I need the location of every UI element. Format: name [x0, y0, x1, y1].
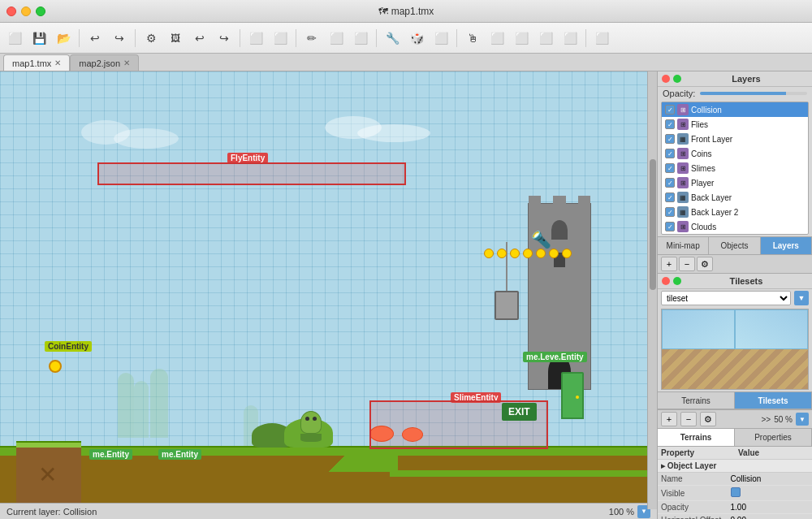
layer-item-player[interactable]: ✓ ⊞ Player	[662, 175, 808, 190]
select2-button[interactable]: ⬜	[430, 27, 452, 50]
layer-check-coins[interactable]: ✓	[665, 149, 675, 158]
poly-button[interactable]: ⬜	[510, 27, 533, 50]
maximize-button[interactable]	[36, 6, 45, 16]
layer-item-slimes[interactable]: ✓ ⊞ Slimes	[662, 161, 808, 175]
layer-button[interactable]: ⬜	[590, 27, 613, 50]
separator-1	[79, 29, 80, 47]
tileset-preview[interactable]	[661, 309, 809, 390]
layer-item-front[interactable]: ✓ ▦ Front Layer	[662, 132, 808, 146]
save-button[interactable]: 💾	[28, 27, 50, 50]
separator-3	[240, 29, 240, 47]
tab-map2[interactable]: map2.json ✕	[70, 54, 139, 71]
me-leve-entity-label: me.Leve.Entity	[523, 352, 587, 362]
current-layer-label: Current layer: Collision	[6, 507, 97, 517]
settings-button[interactable]: ⚙	[140, 27, 162, 50]
tilesets-title: Tilesets	[685, 276, 808, 286]
layer-check-flies[interactable]: ✓	[665, 119, 675, 129]
undo-button[interactable]: ↩	[84, 27, 106, 50]
visible-checkbox[interactable]	[731, 487, 741, 497]
terrain-button[interactable]: ⬜	[559, 27, 581, 50]
layer-item-clouds[interactable]: ✓ ⊞ Clouds	[662, 219, 808, 234]
tab-terrains-props[interactable]: Terrains	[658, 429, 735, 446]
tile-button[interactable]: ⬜	[534, 27, 557, 50]
move-button[interactable]: ⬜	[269, 27, 292, 50]
panel-zoom-button[interactable]	[673, 75, 681, 83]
new-file-button[interactable]: ⬜	[3, 27, 26, 50]
tilesets-zoom-button[interactable]	[673, 277, 681, 285]
titlebar: 🗺 map1.tmx	[0, 0, 812, 23]
tab-map2-close[interactable]: ✕	[123, 58, 130, 67]
tab-minimap[interactable]: Mini-map	[658, 237, 709, 254]
layer-icon-flies: ⊞	[677, 119, 689, 130]
layer-item-back[interactable]: ✓ ▦ Back Layer	[662, 190, 808, 205]
me-entity-label-1: me.Entity	[89, 449, 132, 460]
tileset-options-button[interactable]: ▼	[794, 291, 809, 305]
tilesets-close-button[interactable]	[662, 277, 670, 285]
tab-properties[interactable]: Properties	[735, 429, 812, 446]
tileset-props-button[interactable]: ⚙	[700, 412, 716, 426]
undo2-button[interactable]: ↩	[188, 27, 211, 50]
tilesets-traffic-lights[interactable]	[662, 277, 681, 285]
open-button[interactable]: 📂	[52, 27, 75, 50]
platform-pattern: ✕	[23, 454, 71, 495]
tab-objects[interactable]: Objects	[709, 237, 760, 254]
coin-entity-label: CoinEntity	[45, 341, 92, 352]
canvas-scrollbar-thumb-v[interactable]	[650, 159, 656, 291]
layer-item-flies[interactable]: ✓ ⊞ Flies	[662, 117, 808, 132]
exit-sign: EXIT	[502, 403, 537, 421]
layer-props-button[interactable]: ⚙	[697, 257, 713, 271]
tab-tilesets[interactable]: Tilesets	[735, 392, 812, 409]
layer-item-collision[interactable]: ✓ ⊞ Collision	[662, 102, 808, 117]
castle-window-1	[551, 220, 568, 240]
fly-entity-box[interactable]	[97, 162, 406, 185]
paint-button[interactable]: ✏	[300, 27, 323, 50]
zoom-area[interactable]: 100 % ▼	[609, 505, 650, 518]
tileset-select[interactable]: tileset	[661, 291, 791, 305]
layer-check-player[interactable]: ✓	[665, 178, 675, 188]
zoom-controls: >> 50 % ▼	[762, 413, 809, 426]
cursor-button[interactable]: 🖱	[461, 27, 484, 50]
add-tileset-button[interactable]: +	[661, 412, 677, 426]
canvas-area[interactable]: FlyEntity 🔦	[0, 71, 658, 519]
select-button[interactable]: ⬜	[244, 27, 267, 50]
image-button[interactable]: 🖼	[164, 27, 187, 50]
zoom-level: 100 %	[609, 507, 634, 517]
add-layer-button[interactable]: +	[661, 257, 677, 271]
tileset-zoom-dropdown[interactable]: ▼	[796, 413, 809, 426]
prop-row-hoffset: Horizontal Offset 0.00	[658, 514, 812, 520]
random-button[interactable]: 🎲	[405, 27, 428, 50]
fill-button[interactable]: ⬜	[349, 27, 372, 50]
minimize-button[interactable]	[21, 6, 31, 16]
redo2-button[interactable]: ↪	[213, 27, 235, 50]
traffic-lights[interactable]	[6, 6, 45, 16]
panel-traffic-lights[interactable]	[662, 75, 681, 83]
remove-tileset-button[interactable]: −	[680, 412, 697, 426]
tab-terrains[interactable]: Terrains	[658, 392, 735, 409]
layer-item-coins[interactable]: ✓ ⊞ Coins	[662, 146, 808, 161]
tab-map1-close[interactable]: ✕	[54, 58, 61, 67]
coin-2	[497, 249, 507, 258]
panel-close-button[interactable]	[662, 75, 670, 83]
layer-check-clouds[interactable]: ✓	[665, 222, 675, 231]
stamp-button[interactable]: 🔧	[381, 27, 404, 50]
tab-layers[interactable]: Layers	[761, 237, 812, 254]
canvas-scrollbar-vertical[interactable]	[647, 71, 657, 509]
redo-button[interactable]: ↪	[108, 27, 131, 50]
layer-name-slimes: Slimes	[691, 164, 715, 173]
tab-map1[interactable]: map1.tmx ✕	[3, 54, 70, 71]
layer-name-player: Player	[691, 179, 714, 188]
layers-toolbar: + − ⚙	[658, 254, 812, 273]
layer-item-back2[interactable]: ✓ ▦ Back Layer 2	[662, 205, 808, 219]
layer-check-front[interactable]: ✓	[665, 134, 675, 144]
layer-check-back2[interactable]: ✓	[665, 207, 675, 217]
remove-layer-button[interactable]: −	[679, 257, 695, 271]
layer-check-back[interactable]: ✓	[665, 192, 675, 202]
prop-visible-value	[728, 486, 813, 501]
erase-button[interactable]: ⬜	[325, 27, 348, 50]
layer-check-slimes[interactable]: ✓	[665, 163, 675, 173]
opacity-slider[interactable]	[700, 92, 807, 95]
object-button[interactable]: ⬜	[486, 27, 508, 50]
layer-check-collision[interactable]: ✓	[665, 105, 675, 115]
layer-icon-coins: ⊞	[677, 148, 689, 159]
close-button[interactable]	[6, 6, 16, 16]
